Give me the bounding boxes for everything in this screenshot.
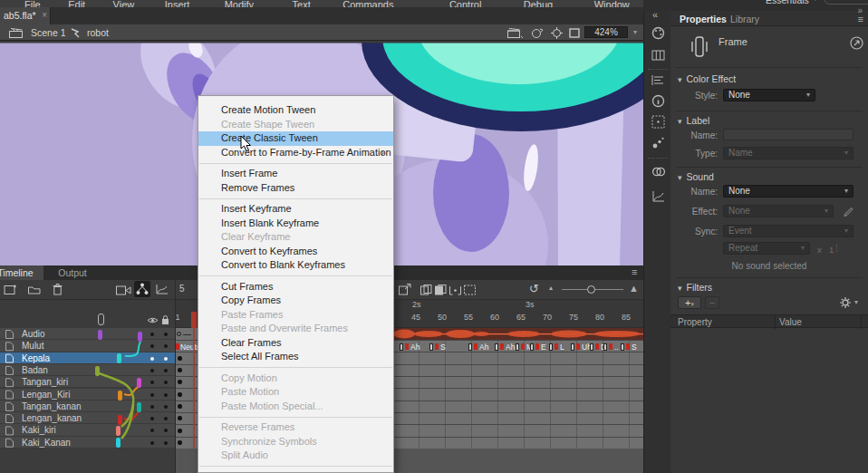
document-tab[interactable]: ab5.fla* ×: [0, 7, 51, 24]
camera-icon[interactable]: [116, 285, 131, 295]
frame-context-menu: Create Motion Tween Create Shape Tween C…: [198, 95, 394, 473]
menu-window[interactable]: Window: [594, 0, 630, 7]
layer-row-lengan-kiri[interactable]: Lengan_Kiri: [0, 389, 175, 401]
menu-insert[interactable]: Insert: [165, 0, 190, 7]
layer-row-kepala[interactable]: Kepala: [0, 352, 175, 364]
loop-playback-icon[interactable]: ↺: [529, 282, 539, 295]
center-stage-icon[interactable]: [507, 28, 523, 38]
tab-library[interactable]: Library: [730, 14, 759, 24]
section-filters[interactable]: ▾Filters: [678, 282, 712, 293]
section-label[interactable]: ▾Label: [678, 115, 709, 126]
tab-timeline[interactable]: Timeline: [0, 265, 43, 280]
layer-row-tangan-kiri[interactable]: Tangan_kiri: [0, 376, 175, 388]
sound-name-dropdown[interactable]: None▾: [723, 185, 854, 198]
section-color-effect[interactable]: ▾Color Effect: [678, 73, 736, 84]
chevron-down-icon: ▾: [678, 284, 682, 293]
color-style-dropdown[interactable]: None▾: [723, 89, 815, 101]
menu-modify[interactable]: Modify: [225, 0, 254, 7]
zoom-caret-icon[interactable]: ▾: [633, 28, 637, 36]
menu-edit[interactable]: Edit: [68, 0, 85, 7]
layer-row-badan[interactable]: Badan: [0, 364, 175, 376]
crosshair-icon[interactable]: [551, 27, 563, 39]
menu-text[interactable]: Text: [293, 0, 311, 7]
menu-item-copy-frames[interactable]: Copy Frames: [198, 294, 393, 308]
chevron-down-icon: ▾: [844, 148, 848, 159]
timeline-panel-menu-icon[interactable]: ≡: [632, 266, 637, 277]
add-filter-button[interactable]: +▾: [678, 296, 701, 309]
keyframe-dot: [178, 440, 182, 445]
color-palette-icon[interactable]: [651, 26, 665, 40]
layer-row-audio[interactable]: Audio: [0, 328, 175, 340]
layer-depth-graph-icon[interactable]: [155, 284, 169, 295]
stage-zoom-input[interactable]: 424%: [584, 26, 628, 38]
menu-item-create-classic-tween[interactable]: Create Classic Tween: [198, 131, 393, 146]
layer-row-mulut[interactable]: Mulut: [0, 340, 175, 352]
label-name-input[interactable]: [723, 129, 854, 140]
rotate-view-icon[interactable]: [531, 27, 544, 39]
visibility-eye-icon[interactable]: [147, 316, 159, 324]
menu-item-insert-blank-keyframe[interactable]: Insert Blank Keyframe: [198, 217, 393, 231]
lock-icon[interactable]: [161, 314, 169, 325]
menu-item-insert-keyframe[interactable]: Insert Keyframe: [198, 202, 393, 217]
label-type-dropdown: Name▾: [723, 147, 854, 159]
properties-panel-menu-icon[interactable]: ≡: [858, 14, 863, 24]
menu-view[interactable]: View: [113, 0, 135, 7]
layer-row-kaki-kanan[interactable]: Kaki_Kanan: [0, 437, 175, 449]
close-tab-icon[interactable]: ×: [42, 10, 47, 20]
timeline-zoom-out-icon[interactable]: ▴: [549, 284, 553, 292]
sound-name-label: Name:: [670, 187, 718, 197]
align-icon[interactable]: [651, 74, 665, 86]
menu-item-paste-motion: Paste Motion: [198, 385, 393, 400]
onion-skin-outlines-icon[interactable]: [435, 285, 447, 295]
tab-properties[interactable]: Properties: [680, 14, 727, 24]
workspace-switcher[interactable]: Essentials: [766, 0, 809, 5]
delete-layer-icon[interactable]: [53, 284, 63, 295]
menu-item-actions[interactable]: Actions: [198, 470, 393, 473]
menu-item-insert-frame[interactable]: Insert Frame: [198, 167, 393, 181]
current-frame-indicator: 5: [179, 284, 185, 294]
menu-item-cut-frames[interactable]: Cut Frames: [198, 280, 393, 294]
search-input[interactable]: [825, 0, 868, 5]
new-folder-icon[interactable]: [28, 285, 41, 294]
chevron-down-icon[interactable]: ▾: [854, 298, 858, 306]
edit-multiple-frames-icon[interactable]: [449, 285, 461, 295]
menu-item-split-audio: Split Audio: [198, 449, 393, 463]
menu-item-convert-frame-by-frame[interactable]: Convert to Frame-by-Frame Animation ›: [198, 146, 393, 160]
transform-grid-icon[interactable]: [651, 115, 665, 129]
collapse-panels-icon[interactable]: «: [652, 9, 658, 20]
menu-item-create-motion-tween[interactable]: Create Motion Tween: [198, 103, 393, 118]
tab-output[interactable]: Output: [47, 265, 98, 280]
menu-debug[interactable]: Debug: [524, 0, 553, 7]
remove-filter-button[interactable]: −: [705, 296, 719, 309]
layer-row-tangan-kanan[interactable]: Tangan_kanan: [0, 401, 175, 412]
new-layer-icon[interactable]: [4, 284, 17, 295]
creative-cloud-icon[interactable]: [651, 165, 665, 179]
layer-row-kaki-kiri[interactable]: Kaki_kiri: [0, 424, 175, 436]
brush-particles-icon[interactable]: [651, 136, 665, 150]
layer-row-lengan-kanan[interactable]: Lengan_kanan: [0, 412, 175, 424]
menu-item-convert-to-keyframes[interactable]: Convert to Keyframes: [198, 245, 393, 259]
menu-control[interactable]: Control: [449, 0, 481, 7]
timeline-zoom-knob[interactable]: [587, 285, 595, 294]
timeline-zoom-in-icon[interactable]: ▲: [629, 283, 639, 294]
modify-markers-icon[interactable]: [464, 285, 476, 295]
swatches-icon[interactable]: [651, 49, 665, 62]
motion-graph-icon[interactable]: [651, 190, 665, 203]
playhead-handle[interactable]: [191, 312, 197, 328]
breadcrumb-scene[interactable]: Scene 1: [31, 27, 66, 38]
breadcrumb-symbol: robot: [87, 27, 109, 38]
clip-bounds-icon[interactable]: [569, 28, 580, 38]
onion-skin-icon[interactable]: [420, 285, 432, 295]
menu-item-remove-frames[interactable]: Remove Frames: [198, 181, 393, 196]
menu-commands[interactable]: Commands: [342, 0, 393, 7]
section-sound[interactable]: ▾Sound: [678, 171, 714, 182]
insert-frame-icon[interactable]: [399, 284, 412, 295]
info-icon[interactable]: [651, 94, 665, 108]
filter-options-gear-icon[interactable]: [839, 296, 852, 309]
menu-item-convert-to-blank-keyframes[interactable]: Convert to Blank Keyframes: [198, 258, 393, 273]
convert-shortcut-icon[interactable]: [850, 36, 863, 50]
menu-item-select-all-frames[interactable]: Select All Frames: [198, 350, 393, 364]
layer-parenting-view-button[interactable]: [134, 281, 150, 297]
menu-item-clear-frames[interactable]: Clear Frames: [198, 336, 393, 351]
menu-file[interactable]: File: [24, 0, 41, 7]
